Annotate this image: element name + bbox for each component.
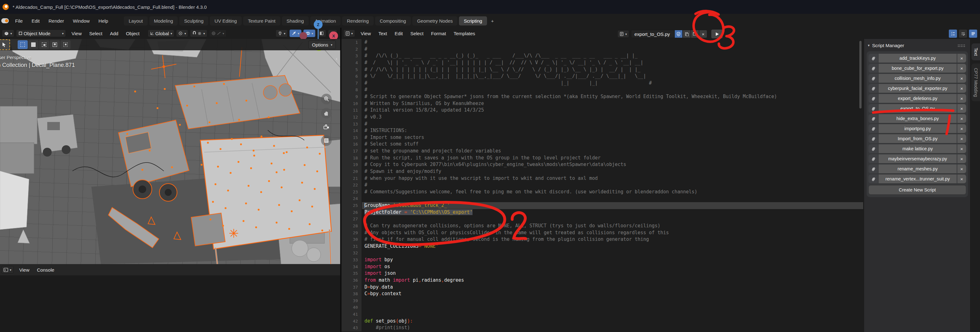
script-remove-button[interactable]: × bbox=[957, 74, 966, 83]
code-line-16[interactable]: 16# Select some stuff bbox=[342, 141, 863, 148]
select-mode-extend-button[interactable] bbox=[29, 40, 38, 49]
code-line-28[interactable]: 28# Can try autogenerate collisions, opt… bbox=[342, 223, 863, 229]
camera-view-button[interactable] bbox=[321, 122, 332, 132]
viewport-menu-add[interactable]: Add bbox=[106, 30, 122, 37]
panel-drag-dots-icon[interactable] bbox=[957, 44, 966, 47]
script-item-cyberpunk-facial-exporter-py[interactable]: cyberpunk_facial_exporter.py bbox=[878, 84, 957, 93]
code-line-42[interactable]: 42def set_pos(obj): bbox=[342, 318, 863, 325]
script-remove-button[interactable]: × bbox=[957, 94, 966, 103]
script-remove-button[interactable]: × bbox=[957, 104, 966, 113]
code-line-24[interactable]: 24 bbox=[342, 195, 863, 202]
code-line-22[interactable]: 22# bbox=[342, 182, 863, 189]
script-item-export-deletions-py[interactable]: export_deletions.py bbox=[878, 94, 957, 103]
code-line-19[interactable]: 19# Copy it to Cyberpunk 2077\bin\x64\pl… bbox=[342, 161, 863, 168]
run-script-button[interactable] bbox=[711, 29, 723, 39]
text-menu-view[interactable]: View bbox=[357, 30, 375, 37]
editor-type-viewport-dropdown[interactable]: ▾ bbox=[2, 30, 14, 37]
code-line-2[interactable]: 2# bbox=[342, 46, 863, 53]
code-line-21[interactable]: 21# when your happy with it use the wscr… bbox=[342, 175, 863, 182]
code-line-32[interactable]: 32 bbox=[342, 250, 863, 256]
select-mode-intersect-button[interactable] bbox=[60, 40, 70, 49]
script-remove-button[interactable]: × bbox=[957, 164, 966, 173]
options-dropdown[interactable]: Options ▾ bbox=[309, 41, 336, 49]
workspace-tab-scripting[interactable]: Scripting bbox=[459, 16, 487, 25]
code-line-3[interactable]: 3# /\/\ (_)_ __ ___ __ _ _ __(_) (_)_ _ … bbox=[342, 52, 863, 59]
code-line-26[interactable]: 26ProjectFolder = 'C:\\CPMod\\OS_export' bbox=[342, 209, 863, 216]
code-area[interactable]: 1#2#3# /\/\ (_)_ __ ___ __ _ _ __(_) (_)… bbox=[342, 39, 863, 332]
sidebar-tab-text[interactable]: Text bbox=[972, 43, 980, 60]
script-remove-button[interactable]: × bbox=[957, 124, 966, 133]
editor-type-console-dropdown[interactable]: ▾ bbox=[1, 266, 14, 274]
word-wrap-toggle[interactable] bbox=[959, 29, 967, 38]
workspace-tab-uv-editing[interactable]: UV Editing bbox=[210, 16, 242, 25]
code-line-13[interactable]: 13# bbox=[342, 121, 863, 128]
code-line-11[interactable]: 11# Initial version 15/8/24, updated 14/… bbox=[342, 107, 863, 114]
code-line-37[interactable]: 37D=bpy.data bbox=[342, 284, 863, 291]
menu-render[interactable]: Render bbox=[44, 17, 68, 25]
create-new-script-button[interactable]: Create New Script bbox=[869, 185, 966, 194]
text-datablock-dropdown[interactable]: ▾ bbox=[617, 30, 629, 38]
code-line-1[interactable]: 1# bbox=[342, 39, 863, 46]
script-item-import-from-os-py[interactable]: Import_from_OS.py bbox=[878, 134, 957, 143]
code-line-12[interactable]: 12# v0.3 bbox=[342, 114, 863, 121]
code-line-33[interactable]: 33import bpy bbox=[342, 256, 863, 264]
code-line-38[interactable]: 38C=bpy.context bbox=[342, 291, 863, 297]
script-remove-button[interactable]: × bbox=[957, 174, 966, 183]
menu-file[interactable]: File bbox=[11, 17, 27, 25]
script-item-make-lattice-py[interactable]: make lattice.py bbox=[878, 144, 957, 153]
add-workspace-button[interactable]: + bbox=[488, 16, 496, 25]
object-visibility-dropdown[interactable]: ▾ bbox=[276, 30, 288, 37]
unlink-text-button[interactable]: × bbox=[699, 30, 707, 38]
viewport-menu-view[interactable]: View bbox=[68, 30, 85, 37]
code-line-5[interactable]: 5# / /\/\ \ | | | | | | (_| | | | | | | … bbox=[342, 66, 863, 73]
active-tool-select-box-button[interactable] bbox=[0, 39, 10, 50]
gizmo-z-axis[interactable]: Z bbox=[314, 20, 323, 29]
menu-help[interactable]: Help bbox=[94, 17, 113, 25]
editor-type-text-dropdown[interactable]: ▾ bbox=[344, 30, 355, 37]
register-shield-toggle[interactable] bbox=[675, 30, 682, 38]
script-item-export-to-os-py[interactable]: export_to_OS.py bbox=[878, 104, 957, 113]
script-item-rename-vertex-trunner-suit-py[interactable]: rename_vertex...trunner_suit.py bbox=[878, 174, 957, 183]
console-body[interactable] bbox=[0, 275, 340, 332]
script-item-rename-meshes-py[interactable]: rename_meshes.py bbox=[878, 164, 957, 173]
code-line-9[interactable]: 9# Script to generate Object Spawner* js… bbox=[342, 93, 863, 100]
paperclip-icon-button[interactable] bbox=[869, 154, 878, 163]
script-item-bone-cube-for-export-py[interactable]: bone_cube_for_export.py bbox=[878, 64, 957, 73]
select-mode-new-button[interactable] bbox=[18, 40, 28, 49]
transform-orientation-dropdown[interactable]: Global ▾ bbox=[148, 30, 174, 37]
script-remove-button[interactable]: × bbox=[957, 84, 966, 93]
script-remove-button[interactable]: × bbox=[957, 114, 966, 123]
code-line-10[interactable]: 10# Written by Simarilius, OS by KeanuWh… bbox=[342, 100, 863, 107]
code-line-36[interactable]: 36from math import pi,radians,degrees bbox=[342, 277, 863, 284]
paperclip-icon-button[interactable] bbox=[869, 174, 878, 183]
code-line-17[interactable]: 17# set the groupname and project folder… bbox=[342, 148, 863, 155]
code-line-40[interactable]: 40 bbox=[342, 304, 863, 311]
paperclip-icon-button[interactable] bbox=[869, 104, 878, 113]
paperclip-icon-button[interactable] bbox=[869, 114, 878, 123]
code-line-23[interactable]: 23# Comments/Suggestions welcome, feel f… bbox=[342, 189, 863, 196]
code-line-14[interactable]: 14# INSTRUCTIONS: bbox=[342, 127, 863, 134]
code-line-7[interactable]: 7# |_| |_| # bbox=[342, 80, 863, 87]
sidebar-tab-cp77-modding[interactable]: CP77 Modding bbox=[972, 63, 980, 101]
code-line-4[interactable]: 4# / \| | '_ ` _ \ / _` | '__| | | | | |… bbox=[342, 59, 863, 66]
code-line-29[interactable]: 29# Any objects with OS_Coll or physicsC… bbox=[342, 229, 863, 236]
select-mode-invert-button[interactable] bbox=[50, 40, 60, 49]
console-menu-console[interactable]: Console bbox=[33, 266, 58, 274]
text-editor-scrollbar[interactable] bbox=[859, 41, 862, 109]
paperclip-icon-button[interactable] bbox=[869, 94, 878, 103]
workspace-tab-modeling[interactable]: Modeling bbox=[149, 16, 178, 25]
toggle-ortho-button[interactable] bbox=[321, 135, 332, 146]
panel-header[interactable]: ▾ Script Manager bbox=[868, 43, 967, 48]
code-line-6[interactable]: 6# \/ \/_|_| |_| |_|\__,_|_| |_|_|_|\__,… bbox=[342, 73, 863, 80]
code-line-34[interactable]: 34import os bbox=[342, 264, 863, 270]
new-text-button[interactable] bbox=[682, 30, 691, 38]
code-line-39[interactable]: 39 bbox=[342, 297, 863, 304]
line-numbers-toggle[interactable]: 12 bbox=[948, 29, 957, 38]
paperclip-icon-button[interactable] bbox=[869, 144, 878, 153]
script-item-add-trackkeys-py[interactable]: add_trackKeys.py bbox=[878, 54, 957, 63]
code-line-43[interactable]: 43 #print(inst) bbox=[342, 324, 863, 331]
workspace-tab-texture-paint[interactable]: Texture Paint bbox=[243, 16, 280, 25]
code-line-35[interactable]: 35import json bbox=[342, 270, 863, 277]
script-item-importpng-py[interactable]: importpng.py bbox=[878, 124, 957, 133]
console-menu-view[interactable]: View bbox=[16, 266, 33, 274]
